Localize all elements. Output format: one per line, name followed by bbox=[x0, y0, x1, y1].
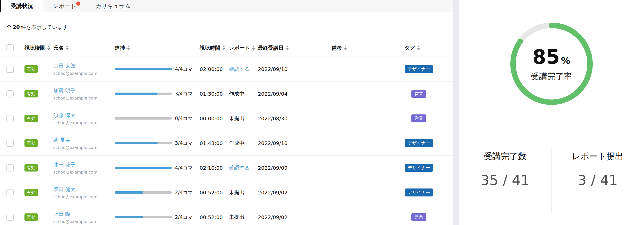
sort-header-report[interactable]: レポート bbox=[229, 44, 258, 51]
sort-header-permission[interactable]: 視聴権限 bbox=[24, 44, 53, 51]
column-label: 視聴時間 bbox=[200, 44, 220, 51]
progress-label: 3/4コマ bbox=[175, 91, 193, 97]
watch-time: 02:10:00 bbox=[200, 165, 229, 171]
completion-donut-chart: 85 % 受講完了率 bbox=[510, 23, 593, 105]
row-checkbox[interactable] bbox=[6, 214, 14, 221]
progress-label: 3/4コマ bbox=[175, 140, 193, 147]
count-suffix: 件を表示しています bbox=[21, 24, 68, 30]
tag-badge: 営業 bbox=[411, 90, 426, 98]
summary-stats: 受講完了数 35 / 41 レポート提出 3 / 41 bbox=[459, 149, 644, 213]
progress-label: 2/4コマ bbox=[175, 189, 193, 196]
tab-curriculum[interactable]: カリキュラム bbox=[86, 0, 140, 12]
select-all-checkbox[interactable] bbox=[6, 44, 14, 51]
tab-label: 受講状況 bbox=[11, 2, 33, 10]
donut-start-cap bbox=[549, 23, 554, 28]
tag-badge: 営業 bbox=[411, 114, 426, 122]
report-status[interactable]: 確認する bbox=[229, 164, 258, 171]
attendance-section: 受講状況 レポート カリキュラム 全20件を表示しています 視聴権限氏名進捗視聴… bbox=[0, 0, 453, 225]
student-email: schoo@example.com bbox=[53, 71, 97, 76]
sort-icon bbox=[47, 46, 50, 50]
report-status: 未提出 bbox=[229, 115, 258, 122]
tab-label: カリキュラム bbox=[96, 2, 131, 10]
progress-bar bbox=[115, 191, 172, 194]
last-attended-date: 2022/09/02 bbox=[258, 214, 332, 220]
stat-label: レポート提出 bbox=[572, 151, 623, 162]
tag-badge: デザイナー bbox=[405, 139, 433, 147]
tag-badge: デザイナー bbox=[405, 188, 433, 196]
stat-value: 35 / 41 bbox=[481, 172, 530, 188]
progress-label: 2/4コマ bbox=[175, 214, 193, 221]
student-name-link[interactable]: 上田 隆 bbox=[53, 211, 70, 218]
report-status: 作成中 bbox=[229, 90, 258, 97]
student-name-link[interactable]: 須藤 涼太 bbox=[53, 112, 75, 119]
count-prefix: 全 bbox=[6, 24, 12, 30]
watch-time: 02:00:00 bbox=[200, 66, 229, 72]
tag-cell: デザイナー bbox=[404, 65, 433, 73]
row-checkbox[interactable] bbox=[6, 140, 14, 147]
table-row: 有効北一 花子schoo@example.com4/4コマ02:10:00確認す… bbox=[0, 156, 453, 180]
watch-time: 00:52:00 bbox=[200, 214, 229, 220]
tag-badge: デザイナー bbox=[405, 65, 433, 73]
tag-badge: 営業 bbox=[411, 213, 426, 221]
row-checkbox[interactable] bbox=[6, 115, 14, 122]
sort-header-time[interactable]: 視聴時間 bbox=[200, 44, 229, 51]
progress-fill bbox=[115, 142, 158, 144]
tag-cell: デザイナー bbox=[404, 188, 433, 196]
tab-attendance-status[interactable]: 受講状況 bbox=[0, 0, 43, 12]
progress-bar bbox=[115, 167, 172, 169]
student-name-link[interactable]: 増田 健太 bbox=[53, 186, 75, 193]
report-status: 作成中 bbox=[229, 140, 258, 147]
tab-bar: 受講状況 レポート カリキュラム bbox=[0, 0, 453, 12]
permission-badge: 有効 bbox=[24, 164, 38, 172]
stats-divider bbox=[552, 149, 552, 213]
sort-header-tag[interactable]: タグ bbox=[404, 44, 453, 51]
stat-report-submitted: レポート提出 3 / 41 bbox=[552, 149, 644, 213]
report-status[interactable]: 確認する bbox=[229, 66, 258, 73]
table-header-row: 視聴権限氏名進捗視聴時間レポート最終受講日備考タグ bbox=[0, 39, 453, 57]
student-name-link[interactable]: 加藤 明子 bbox=[53, 87, 75, 94]
stat-label: 受講完了数 bbox=[484, 151, 526, 162]
permission-badge: 有効 bbox=[24, 139, 38, 147]
permission-badge: 有効 bbox=[24, 65, 38, 73]
tag-cell: 営業 bbox=[404, 90, 433, 98]
completion-donut-wrap: 85 % 受講完了率 bbox=[459, 23, 644, 105]
tag-cell: 営業 bbox=[404, 213, 433, 221]
sort-header-last-date[interactable]: 最終受講日 bbox=[258, 44, 332, 51]
notification-dot bbox=[76, 2, 80, 6]
student-name-link[interactable]: 山田 太郎 bbox=[53, 62, 75, 69]
row-checkbox[interactable] bbox=[6, 66, 14, 73]
tag-badge: デザイナー bbox=[405, 164, 433, 172]
progress-fill bbox=[115, 216, 143, 218]
sort-header-note[interactable]: 備考 bbox=[332, 44, 404, 51]
progress-bar bbox=[115, 216, 172, 218]
progress-label: 0/4コマ bbox=[175, 115, 193, 122]
tag-cell: デザイナー bbox=[404, 164, 433, 172]
permission-badge: 有効 bbox=[24, 115, 38, 122]
sort-header-name[interactable]: 氏名 bbox=[53, 44, 115, 51]
student-name-link[interactable]: 関 夏美 bbox=[53, 137, 70, 143]
watch-time: 01:43:00 bbox=[200, 140, 229, 146]
table-row: 有効須藤 涼太schoo@example.com0/4コマ00:00:00未提出… bbox=[0, 106, 453, 131]
student-email: schoo@example.com bbox=[53, 145, 97, 150]
column-label: 最終受講日 bbox=[258, 44, 284, 51]
sort-icon bbox=[286, 46, 289, 50]
row-checkbox[interactable] bbox=[6, 164, 14, 172]
attendance-table: 視聴権限氏名進捗視聴時間レポート最終受講日備考タグ 有効山田 太郎schoo@e… bbox=[0, 39, 453, 225]
course-dashboard: 受講状況 レポート カリキュラム 全20件を表示しています 視聴権限氏名進捗視聴… bbox=[0, 0, 644, 225]
column-label: 備考 bbox=[332, 44, 342, 51]
donut-caption: 受講完了率 bbox=[531, 71, 572, 82]
row-checkbox[interactable] bbox=[6, 90, 14, 97]
last-attended-date: 2022/09/10 bbox=[258, 140, 332, 146]
section-divider bbox=[453, 0, 459, 225]
tab-report[interactable]: レポート bbox=[43, 0, 86, 12]
watch-time: 00:52:00 bbox=[200, 190, 229, 196]
progress-label: 4/4コマ bbox=[175, 66, 193, 73]
progress-fill bbox=[115, 68, 172, 70]
last-attended-date: 2022/09/02 bbox=[258, 190, 332, 196]
student-email: schoo@example.com bbox=[53, 96, 97, 101]
permission-badge: 有効 bbox=[24, 213, 38, 221]
student-name-link[interactable]: 北一 花子 bbox=[53, 161, 75, 168]
sort-header-progress[interactable]: 進捗 bbox=[115, 44, 200, 51]
table-row: 有効山田 太郎schoo@example.com4/4コマ02:00:00確認す… bbox=[0, 57, 453, 82]
row-checkbox[interactable] bbox=[6, 189, 14, 196]
